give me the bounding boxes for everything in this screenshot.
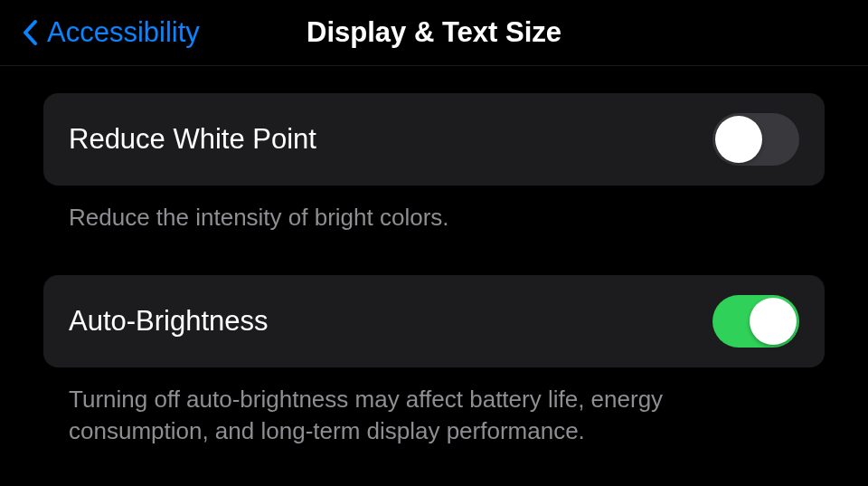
auto-brightness-section: Auto-Brightness Turning off auto-brightn… bbox=[43, 275, 825, 447]
navigation-header: Accessibility Display & Text Size bbox=[0, 0, 868, 66]
toggle-knob bbox=[750, 298, 797, 345]
settings-content: Reduce White Point Reduce the intensity … bbox=[0, 66, 868, 447]
reduce-white-point-label: Reduce White Point bbox=[69, 123, 316, 156]
toggle-knob bbox=[715, 116, 762, 163]
reduce-white-point-description: Reduce the intensity of bright colors. bbox=[43, 186, 825, 233]
reduce-white-point-section: Reduce White Point Reduce the intensity … bbox=[43, 93, 825, 233]
reduce-white-point-row[interactable]: Reduce White Point bbox=[43, 93, 825, 186]
auto-brightness-description: Turning off auto-brightness may affect b… bbox=[43, 367, 825, 447]
chevron-left-icon bbox=[20, 16, 40, 49]
page-title: Display & Text Size bbox=[307, 16, 561, 49]
back-button[interactable]: Accessibility bbox=[20, 16, 200, 49]
reduce-white-point-toggle[interactable] bbox=[712, 113, 799, 166]
auto-brightness-row[interactable]: Auto-Brightness bbox=[43, 275, 825, 367]
auto-brightness-toggle[interactable] bbox=[712, 295, 799, 348]
back-button-label: Accessibility bbox=[47, 16, 200, 49]
auto-brightness-label: Auto-Brightness bbox=[69, 305, 269, 338]
